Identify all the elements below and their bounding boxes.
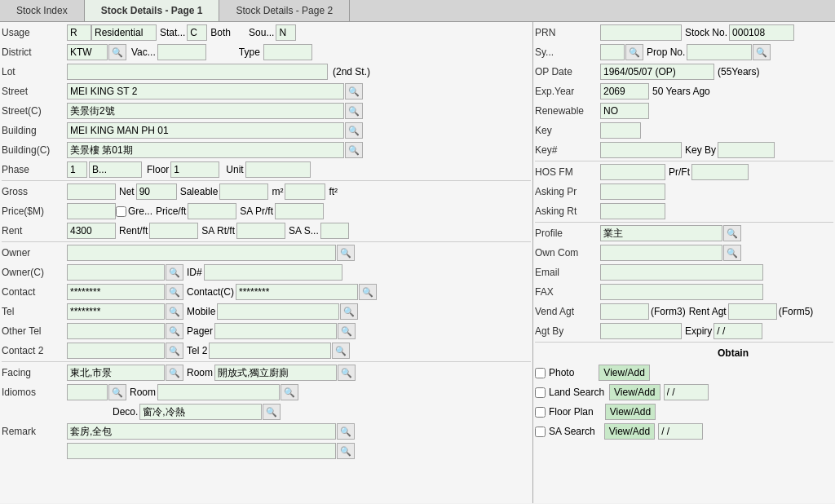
net-input[interactable] <box>136 183 177 200</box>
idiomos-search-btn[interactable]: 🔍 <box>108 384 126 400</box>
ownerc-search-btn[interactable]: 🔍 <box>166 264 183 281</box>
profile-input[interactable] <box>600 225 722 241</box>
remark2-search-btn[interactable]: 🔍 <box>337 443 355 459</box>
keyhash-input[interactable] <box>600 142 682 158</box>
sou-input[interactable] <box>276 24 296 41</box>
contactc-input[interactable] <box>236 284 358 300</box>
usage-code-input[interactable] <box>67 24 91 41</box>
agt-by-input[interactable] <box>600 323 682 339</box>
sy-input[interactable] <box>600 44 625 60</box>
tab-stock-details-2[interactable]: Stock Details - Page 2 <box>219 0 350 21</box>
prop-no-search-btn[interactable]: 🔍 <box>753 44 771 60</box>
renewable-input[interactable] <box>600 103 649 119</box>
land-search-date-input[interactable] <box>664 384 709 400</box>
remark-input[interactable] <box>67 423 336 440</box>
rent-input[interactable] <box>67 223 116 239</box>
floor-plan-view-btn[interactable]: View/Add <box>605 404 656 420</box>
sy-search-btn[interactable]: 🔍 <box>625 44 643 60</box>
contact2-input[interactable] <box>67 343 165 359</box>
floor-plan-checkbox[interactable] <box>535 407 546 418</box>
facing-input[interactable] <box>67 365 165 381</box>
type-input[interactable] <box>263 44 312 60</box>
buildingc-input[interactable] <box>67 142 344 158</box>
gre-checkbox[interactable] <box>116 206 126 217</box>
contact-search-btn[interactable]: 🔍 <box>166 284 183 300</box>
rentft-input[interactable] <box>149 223 198 239</box>
district-input[interactable] <box>67 44 108 60</box>
profile-search-btn[interactable]: 🔍 <box>723 225 741 241</box>
key-input[interactable] <box>600 122 641 139</box>
tel2-search-btn[interactable]: 🔍 <box>332 343 350 359</box>
exp-year-input[interactable] <box>600 83 649 99</box>
district-search-btn[interactable]: 🔍 <box>108 44 126 60</box>
phase-input[interactable] <box>67 161 87 178</box>
other-tel-search-btn[interactable]: 🔍 <box>166 323 183 339</box>
unit-input[interactable] <box>245 161 311 178</box>
asking-rt-input[interactable] <box>600 203 665 219</box>
gross-input[interactable] <box>67 183 116 200</box>
own-com-search-btn[interactable]: 🔍 <box>723 245 741 261</box>
photo-checkbox[interactable] <box>535 368 546 378</box>
buildingc-search-btn[interactable]: 🔍 <box>345 142 363 158</box>
building-input[interactable] <box>67 122 344 139</box>
vend-agt-input[interactable] <box>600 303 649 320</box>
ownerc-input[interactable] <box>67 264 165 281</box>
floor-input[interactable] <box>170 161 219 178</box>
street-input[interactable] <box>67 83 344 99</box>
hos-fm-input[interactable] <box>600 164 665 180</box>
sa-rtft-input[interactable] <box>236 223 285 239</box>
tab-stock-details-1[interactable]: Stock Details - Page 1 <box>85 0 220 21</box>
saleable-input[interactable] <box>219 183 268 200</box>
sa-search-checkbox[interactable] <box>535 427 546 437</box>
deco-search-btn[interactable]: 🔍 <box>263 404 281 420</box>
room2-input[interactable] <box>157 384 280 400</box>
b-input[interactable] <box>89 161 142 178</box>
owner-search-btn[interactable]: 🔍 <box>337 245 355 261</box>
remark2-input[interactable] <box>67 443 336 459</box>
photo-view-btn[interactable]: View/Add <box>599 365 649 381</box>
own-com-input[interactable] <box>600 245 722 261</box>
id-hash-input[interactable] <box>204 264 342 281</box>
m2-input[interactable] <box>285 183 325 200</box>
streetc-search-btn[interactable]: 🔍 <box>345 103 363 119</box>
pager-input[interactable] <box>214 323 337 339</box>
deco-input[interactable] <box>139 404 262 420</box>
price-input[interactable] <box>67 203 116 219</box>
street-search-btn[interactable]: 🔍 <box>345 83 363 99</box>
lot-input[interactable] <box>67 64 328 80</box>
land-search-checkbox[interactable] <box>535 387 546 398</box>
tab-stock-index[interactable]: Stock Index <box>0 0 85 21</box>
prn-input[interactable] <box>600 24 682 41</box>
owner-input[interactable] <box>67 245 336 261</box>
room-input[interactable] <box>214 365 337 381</box>
mobile-input[interactable] <box>217 303 339 320</box>
priceft-input[interactable] <box>188 203 236 219</box>
rent-agt-input[interactable] <box>728 303 777 320</box>
fax-input[interactable] <box>600 284 763 300</box>
other-tel-input[interactable] <box>67 323 165 339</box>
tel-search-btn[interactable]: 🔍 <box>166 303 183 320</box>
expiry-input[interactable] <box>714 323 762 339</box>
contact-input[interactable] <box>67 284 165 300</box>
pr-ft-input[interactable] <box>691 164 749 180</box>
facing-search-btn[interactable]: 🔍 <box>166 365 183 381</box>
asking-pr-input[interactable] <box>600 183 665 200</box>
op-date-input[interactable] <box>600 64 714 80</box>
vac-input[interactable] <box>157 44 206 60</box>
contact2-search-btn[interactable]: 🔍 <box>166 343 183 359</box>
building-search-btn[interactable]: 🔍 <box>345 122 363 139</box>
remark-search-btn[interactable]: 🔍 <box>337 423 355 440</box>
idiomos-input[interactable] <box>67 384 108 400</box>
sa-search-date-input[interactable] <box>658 423 703 440</box>
contactc-search-btn[interactable]: 🔍 <box>359 284 377 300</box>
tel-input[interactable] <box>67 303 165 320</box>
sa-prft-input[interactable] <box>275 203 324 219</box>
sa-s-input[interactable] <box>320 223 349 239</box>
email-input[interactable] <box>600 264 763 281</box>
land-search-view-btn[interactable]: View/Add <box>609 384 660 400</box>
tel2-input[interactable] <box>209 343 331 359</box>
mobile-search-btn[interactable]: 🔍 <box>340 303 358 320</box>
sa-search-view-btn[interactable]: View/Add <box>604 423 655 440</box>
usage-text-input[interactable] <box>91 24 157 41</box>
key-by-input[interactable] <box>718 142 775 158</box>
